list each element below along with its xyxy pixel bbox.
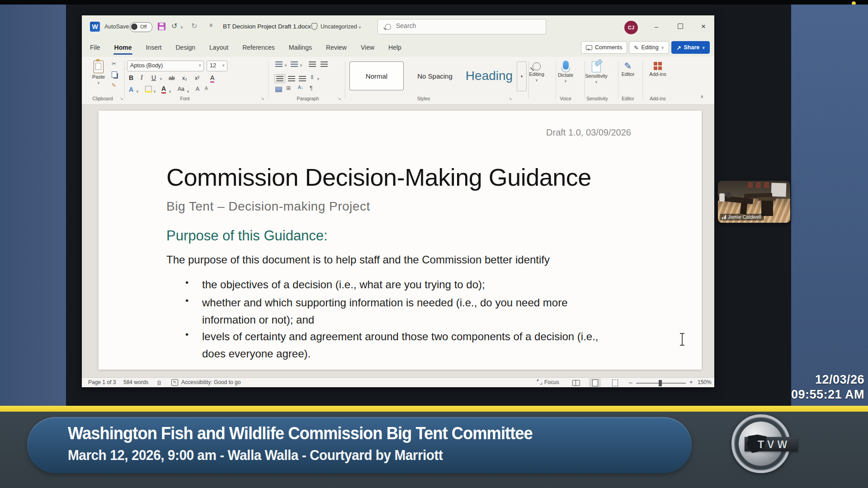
subscript-button[interactable]: x₂ bbox=[182, 75, 187, 81]
save-icon[interactable] bbox=[158, 23, 165, 30]
editor-button[interactable]: ✎ Editor bbox=[613, 61, 642, 77]
redo-icon[interactable]: ↻ bbox=[191, 22, 197, 30]
word-app-icon[interactable]: W bbox=[90, 22, 100, 32]
tab-layout[interactable]: Layout bbox=[208, 42, 229, 53]
autosave-label: AutoSave bbox=[104, 23, 129, 30]
read-mode-button[interactable] bbox=[570, 378, 582, 387]
shading-icon[interactable] bbox=[275, 87, 282, 92]
sensitivity-label[interactable]: Uncategorized bbox=[321, 23, 357, 30]
wall-banner bbox=[756, 182, 761, 188]
tab-insert[interactable]: Insert bbox=[145, 42, 162, 53]
change-case-button[interactable]: Aa bbox=[178, 86, 184, 92]
style-heading[interactable]: Heading bbox=[464, 61, 514, 90]
bold-button[interactable]: B bbox=[129, 74, 133, 81]
word-count[interactable]: 584 words bbox=[123, 379, 148, 385]
avatar[interactable]: CJ bbox=[624, 21, 638, 34]
style-normal[interactable]: Normal bbox=[349, 61, 404, 90]
undo-chevron-icon[interactable]: ∨ bbox=[180, 25, 183, 29]
share-button[interactable]: ↗ Share ∨ bbox=[671, 41, 710, 54]
close-button[interactable]: × bbox=[697, 21, 710, 33]
tab-home[interactable]: Home bbox=[113, 42, 133, 53]
numbered-list-icon[interactable] bbox=[291, 61, 298, 67]
web-layout-button[interactable] bbox=[609, 378, 621, 387]
restore-button[interactable] bbox=[674, 21, 687, 33]
align-center-icon[interactable] bbox=[288, 76, 295, 81]
print-layout-button[interactable] bbox=[589, 378, 601, 387]
grow-font-button[interactable]: A bbox=[196, 86, 199, 92]
tab-help[interactable]: Help bbox=[387, 42, 402, 53]
comments-label: Comments bbox=[595, 44, 622, 51]
cut-icon[interactable]: ✂ bbox=[112, 61, 116, 67]
tab-mailings[interactable]: Mailings bbox=[288, 42, 313, 53]
tab-file[interactable]: File bbox=[89, 42, 101, 53]
tab-references[interactable]: References bbox=[241, 42, 276, 53]
search-box[interactable] bbox=[377, 19, 546, 34]
dictate-button[interactable]: Dictate ∨ bbox=[551, 61, 580, 83]
align-left-icon[interactable] bbox=[276, 76, 283, 81]
tab-design[interactable]: Design bbox=[175, 42, 196, 53]
share-icon: ↗ bbox=[676, 44, 681, 51]
page-indicator[interactable]: Page 1 of 3 bbox=[88, 379, 116, 385]
editing-group-label: Editing bbox=[529, 71, 544, 77]
proofing-status-icon[interactable]: × bbox=[158, 381, 160, 385]
text-effects-button[interactable]: A bbox=[129, 86, 133, 93]
style-no-spacing[interactable]: No Spacing bbox=[408, 61, 462, 90]
underline-chevron-icon[interactable]: ∨ bbox=[160, 77, 162, 81]
document-title[interactable]: BT Decision Project Draft 1.docx bbox=[223, 23, 311, 30]
format-painter-icon[interactable]: ✎ bbox=[112, 82, 116, 89]
styles-dialog-launcher-icon[interactable]: ↘ bbox=[509, 96, 512, 101]
doc-bullet-1: • the objectives of a decision (i.e., wh… bbox=[185, 276, 485, 293]
zoom-level[interactable]: 150% bbox=[698, 379, 712, 385]
undo-icon[interactable]: ↺ bbox=[171, 22, 177, 30]
font-size-combo[interactable]: 12 ∨ bbox=[207, 61, 227, 71]
pilcrow-icon[interactable]: ¶ bbox=[310, 85, 312, 91]
clear-formatting-button[interactable]: A bbox=[210, 74, 214, 83]
strikethrough-button[interactable]: ab bbox=[169, 75, 175, 81]
autosave-toggle[interactable]: Off bbox=[130, 22, 152, 32]
minimize-button[interactable]: – bbox=[650, 21, 663, 33]
borders-icon[interactable]: ⊞ bbox=[286, 85, 291, 91]
font-name-combo[interactable]: Aptos (Body) ∨ bbox=[127, 61, 204, 71]
document-canvas[interactable]: Draft 1.0, 03/09/2026 Commission Decisio… bbox=[82, 105, 714, 377]
participant-video[interactable]: Jamie Caldwell bbox=[718, 181, 790, 223]
sensitivity-chevron-icon[interactable]: ∨ bbox=[359, 25, 361, 29]
sensitivity-button[interactable]: Sensitivity ∨ bbox=[582, 61, 611, 84]
clipboard-dialog-launcher-icon[interactable]: ↘ bbox=[120, 96, 123, 101]
copy-icon[interactable] bbox=[112, 71, 117, 78]
accessibility-status[interactable]: Accessibility: Good to go bbox=[181, 379, 241, 385]
decrease-indent-icon[interactable] bbox=[309, 61, 316, 67]
zoom-slider[interactable] bbox=[636, 383, 686, 384]
person bbox=[719, 193, 725, 202]
superscript-button[interactable]: x² bbox=[195, 75, 199, 81]
underline-button[interactable]: U bbox=[151, 74, 156, 81]
font-dialog-launcher-icon[interactable]: ↘ bbox=[261, 96, 264, 101]
line-spacing-icon[interactable]: ⇕ bbox=[310, 74, 314, 80]
paragraph-dialog-launcher-icon[interactable]: ↘ bbox=[338, 96, 341, 101]
collapse-ribbon-icon[interactable]: ∧ bbox=[700, 94, 703, 99]
highlight-button[interactable] bbox=[145, 86, 152, 93]
quick-access-toolbar-icon[interactable]: ≡ bbox=[209, 22, 212, 28]
paste-button[interactable]: Paste ∨ bbox=[88, 60, 109, 95]
tab-view[interactable]: View bbox=[360, 42, 375, 53]
font-color-button[interactable]: A bbox=[161, 85, 166, 94]
align-right-icon[interactable] bbox=[299, 76, 306, 81]
italic-button[interactable]: I bbox=[141, 74, 143, 81]
increase-indent-icon[interactable] bbox=[321, 61, 328, 67]
editing-group-button[interactable]: Editing ∨ bbox=[522, 61, 551, 82]
editing-mode-button[interactable]: ✎ Editing ∨ bbox=[629, 41, 669, 54]
bullet-list-icon[interactable] bbox=[275, 61, 283, 67]
zoom-slider-thumb[interactable] bbox=[659, 380, 662, 386]
shrink-font-button[interactable]: A bbox=[205, 86, 208, 91]
document-page[interactable]: Draft 1.0, 03/09/2026 Commission Decisio… bbox=[99, 111, 702, 370]
focus-mode-button[interactable]: Focus bbox=[537, 379, 559, 385]
style-normal-label: Normal bbox=[366, 72, 387, 80]
zoom-out-button[interactable]: – bbox=[629, 379, 632, 386]
comments-button[interactable]: Comments bbox=[581, 41, 627, 54]
search-input[interactable] bbox=[395, 22, 533, 30]
tab-review[interactable]: Review bbox=[325, 42, 348, 53]
sort-icon[interactable]: A↓ bbox=[298, 85, 303, 90]
addins-button[interactable]: Add-ins bbox=[643, 61, 672, 77]
logo-text: TVW bbox=[758, 439, 790, 451]
zoom-in-button[interactable]: + bbox=[689, 379, 693, 385]
chevron-down-icon: ∨ bbox=[595, 80, 598, 84]
